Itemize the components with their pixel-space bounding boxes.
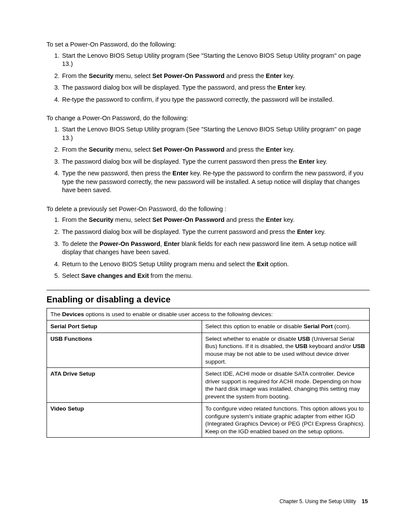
list-item: From the Security menu, select Set Power… bbox=[61, 72, 370, 81]
table-row: Video Setup To configure video related f… bbox=[47, 403, 370, 438]
delete-password-intro: To delete a previously set Power-On Pass… bbox=[47, 205, 370, 214]
footer-chapter: Chapter 5. Using the Setup Utility bbox=[280, 498, 356, 504]
device-description: Select whether to enable or disable USB … bbox=[202, 333, 369, 367]
page-footer: Chapter 5. Using the Setup Utility 15 bbox=[280, 498, 368, 505]
list-item: The password dialog box will be displaye… bbox=[61, 228, 370, 236]
list-item: The password dialog box will be displaye… bbox=[61, 84, 370, 92]
change-password-steps: Start the Lenovo BIOS Setup Utility prog… bbox=[47, 125, 370, 195]
delete-password-steps: From the Security menu, select Set Power… bbox=[47, 216, 370, 280]
list-item: Start the Lenovo BIOS Setup Utility prog… bbox=[61, 125, 370, 142]
list-item: From the Security menu, select Set Power… bbox=[61, 216, 370, 224]
table-row: Serial Port Setup Select this option to … bbox=[47, 320, 370, 333]
section-heading: Enabling or disabling a device bbox=[47, 290, 370, 305]
table-header-row: The Devices options is used to enable or… bbox=[47, 308, 370, 320]
device-label: Serial Port Setup bbox=[47, 320, 202, 333]
device-description: To configure video related functions. Th… bbox=[202, 403, 369, 438]
table-row: USB Functions Select whether to enable o… bbox=[47, 333, 370, 367]
set-password-steps: Start the Lenovo BIOS Setup Utility prog… bbox=[47, 52, 370, 104]
list-item: Select Save changes and Exit from the me… bbox=[61, 272, 370, 280]
list-item: Start the Lenovo BIOS Setup Utility prog… bbox=[61, 52, 370, 68]
footer-page-number: 15 bbox=[362, 498, 368, 504]
list-item: Re-type the password to confirm, if you … bbox=[61, 96, 370, 104]
change-password-intro: To change a Power-On Password, do the fo… bbox=[47, 114, 370, 123]
device-label: USB Functions bbox=[47, 333, 202, 367]
list-item: To delete the Power-On Password, Enter b… bbox=[61, 240, 370, 257]
list-item: The password dialog box will be displaye… bbox=[61, 158, 370, 166]
list-item: Return to the Lenovo BIOS Setup Utility … bbox=[61, 260, 370, 269]
table-row: ATA Drive Setup Select IDE, ACHI mode or… bbox=[47, 368, 370, 403]
list-item: From the Security menu, select Set Power… bbox=[61, 146, 370, 154]
set-password-intro: To set a Power-On Password, do the follo… bbox=[47, 40, 370, 49]
table-header-cell: The Devices options is used to enable or… bbox=[47, 308, 370, 320]
page-content: To set a Power-On Password, do the follo… bbox=[47, 40, 370, 438]
device-label: ATA Drive Setup bbox=[47, 368, 202, 403]
device-table: The Devices options is used to enable or… bbox=[47, 308, 370, 438]
list-item: Type the new password, then press the En… bbox=[61, 169, 370, 195]
device-label: Video Setup bbox=[47, 403, 202, 438]
device-description: Select IDE, ACHI mode or disable SATA co… bbox=[202, 368, 369, 403]
device-description: Select this option to enable or disable … bbox=[202, 320, 369, 333]
